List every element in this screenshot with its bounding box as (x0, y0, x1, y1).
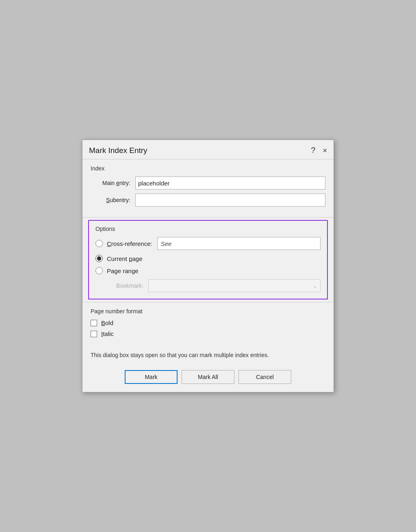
page-range-row: Page range (95, 267, 321, 274)
mark-all-button[interactable]: Mark All (182, 370, 234, 384)
italic-checkbox-row: Italic (91, 330, 325, 337)
subentry-label: Subentry: (91, 197, 135, 203)
main-entry-input[interactable] (135, 177, 325, 190)
title-bar: Mark Index Entry ? × (82, 140, 334, 159)
options-section: Options Cross-reference: Current page (88, 220, 328, 299)
main-entry-row: Main entry: (91, 177, 325, 190)
main-entry-label: Main entry: (91, 180, 135, 186)
help-button[interactable]: ? (311, 146, 315, 155)
page-range-radio-row: Page range (95, 267, 139, 274)
italic-checkbox[interactable] (91, 331, 97, 337)
subentry-input[interactable] (135, 194, 325, 207)
bookmark-label: Bookmark: (95, 282, 148, 289)
options-wrapper: Options Cross-reference: Current page (82, 218, 334, 302)
options-section-label: Options (95, 226, 321, 232)
bookmark-select-wrapper: ⌄ (148, 279, 321, 292)
page-range-label: Page range (107, 267, 139, 274)
current-page-radio-row: Current page (95, 255, 143, 262)
title-controls: ? × (311, 146, 327, 155)
cross-reference-radio[interactable] (95, 240, 103, 247)
subentry-row: Subentry: (91, 194, 325, 207)
format-section-label: Page number format (91, 308, 325, 314)
current-page-row: Current page (95, 255, 321, 262)
cross-reference-input[interactable] (157, 237, 321, 250)
bold-checkbox[interactable] (91, 320, 97, 326)
bold-label: Bold (101, 319, 113, 326)
bookmark-row: Bookmark: ⌄ (95, 279, 321, 292)
bold-checkbox-row: Bold (91, 319, 325, 326)
bookmark-select[interactable] (148, 279, 321, 292)
page-range-radio[interactable] (95, 267, 103, 274)
current-page-label: Current page (107, 255, 143, 262)
cross-reference-label: Cross-reference: (107, 240, 152, 247)
mark-button[interactable]: Mark (125, 370, 178, 384)
cancel-button[interactable]: Cancel (238, 370, 291, 384)
button-row: Mark Mark All Cancel (82, 366, 334, 392)
index-section-label: Index (91, 165, 325, 172)
info-text: This dialog box stays open so that you c… (82, 347, 334, 366)
dialog-title: Mark Index Entry (89, 146, 147, 155)
index-section: Index Main entry: Subentry: (82, 159, 334, 218)
current-page-radio[interactable] (95, 255, 103, 262)
cross-reference-radio-row: Cross-reference: (95, 240, 152, 247)
dialog-mark-index-entry: Mark Index Entry ? × Index Main entry: S… (82, 140, 334, 392)
cross-reference-row: Cross-reference: (95, 237, 321, 250)
italic-label: Italic (101, 330, 114, 337)
close-button[interactable]: × (323, 147, 327, 154)
format-section: Page number format Bold Italic (82, 302, 334, 347)
